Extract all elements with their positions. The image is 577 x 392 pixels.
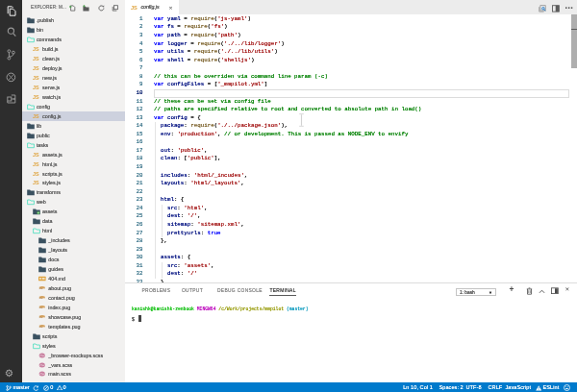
svg-text:JS: JS bbox=[33, 181, 39, 186]
svg-text:JS: JS bbox=[33, 161, 39, 167]
svg-text:JS: JS bbox=[33, 152, 39, 158]
svg-text:JS: JS bbox=[33, 113, 39, 119]
svg-text:JS: JS bbox=[33, 171, 39, 177]
svg-text:JS: JS bbox=[33, 85, 39, 90]
svg-text:JS: JS bbox=[33, 75, 39, 81]
svg-text:JS: JS bbox=[33, 57, 39, 62]
svg-text:JS: JS bbox=[33, 94, 39, 100]
svg-text:JS: JS bbox=[33, 47, 39, 53]
svg-text:JS: JS bbox=[131, 5, 138, 11]
svg-text:JS: JS bbox=[33, 65, 39, 71]
